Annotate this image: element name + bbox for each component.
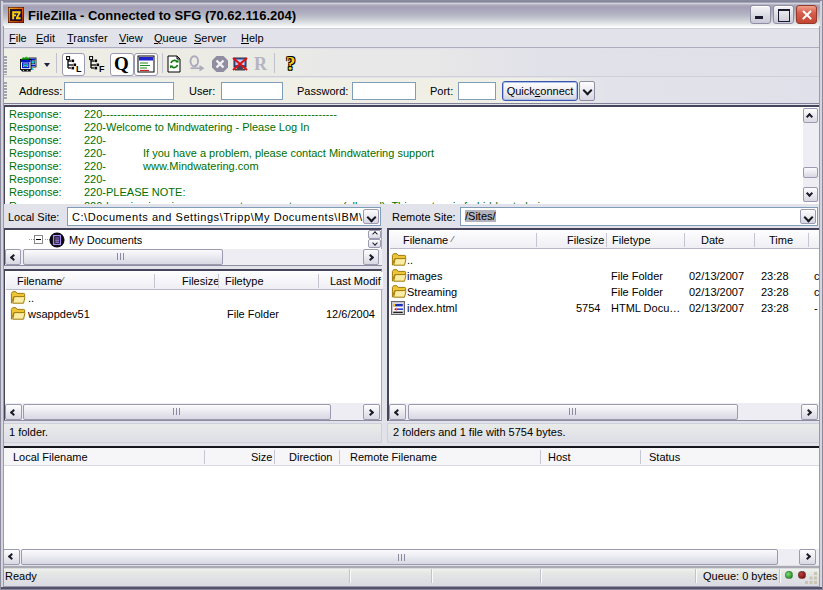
svg-text:L: L: [76, 64, 82, 73]
svg-text:F: F: [99, 64, 105, 73]
